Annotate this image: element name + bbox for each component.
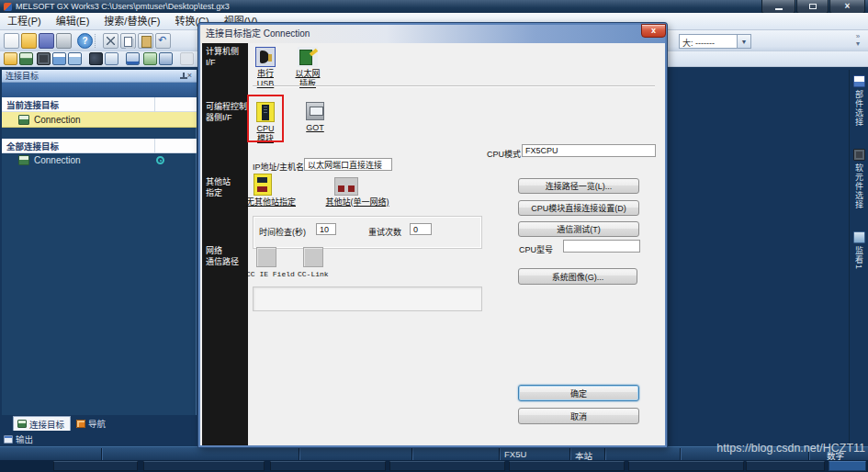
navigation-window-icon[interactable] xyxy=(4,52,17,65)
time-check-label: 时间检查(秒) xyxy=(259,226,306,238)
tab-navigation[interactable]: 导航 xyxy=(71,416,111,431)
tab-watch1[interactable]: 监看1 xyxy=(851,231,867,270)
got-icon[interactable] xyxy=(306,102,324,120)
all-connection-header: 全部连接目标 xyxy=(2,139,197,153)
maximize-icon xyxy=(809,4,817,9)
overflow-icon: » xyxy=(856,32,860,40)
paste-icon[interactable] xyxy=(138,33,153,49)
statusbar-separator xyxy=(299,448,299,460)
connection-window-icon[interactable] xyxy=(19,52,33,65)
connection-item-label: Connection xyxy=(34,155,81,165)
combobox-arrow-icon[interactable]: ▼ xyxy=(738,34,751,49)
copy-icon[interactable] xyxy=(120,33,136,49)
other-station-single-icon[interactable] xyxy=(334,177,358,196)
help-icon[interactable]: ? xyxy=(77,33,93,49)
retry-count-field[interactable] xyxy=(410,223,432,235)
undo-icon[interactable] xyxy=(155,33,171,49)
cancel-button[interactable]: 取消 xyxy=(518,408,639,424)
got-label[interactable]: GOT xyxy=(299,123,331,133)
connection-destination-panel: 连接目标 × 当前连接目标 Connection 全部连接目标 Connecti… xyxy=(2,70,197,415)
menu-search-replace[interactable]: 搜索/替换(F) xyxy=(96,13,167,30)
window-titlebar: MELSOFT GX Works3 C:\Users\pmtuser\Deskt… xyxy=(0,0,868,13)
all-connection-header-label: 全部连接目标 xyxy=(6,140,59,152)
cpu-direct-connection-button[interactable]: CPU模块直接连接设置(D) xyxy=(518,200,639,216)
dialog-client: 计算机侧I/F 可编程控制器侧I/F 其他站指定 网络通信路径 串行USB 以太… xyxy=(202,43,663,445)
section-separator xyxy=(253,85,655,87)
close-button[interactable]: × xyxy=(829,0,865,14)
taskbar-block xyxy=(53,461,138,471)
list-view2-icon[interactable] xyxy=(68,52,82,65)
find-replace-icon[interactable] xyxy=(105,52,118,65)
panel-tab-row: 连接目标 导航 xyxy=(2,415,197,431)
serial-usb-icon[interactable] xyxy=(255,47,276,67)
menu-project[interactable]: 工程(P) xyxy=(0,13,49,30)
communication-test-button[interactable]: 通信测试(T) xyxy=(518,221,639,237)
cpu-model-field[interactable] xyxy=(563,240,640,253)
ok-button[interactable]: 确定 xyxy=(518,385,639,401)
list-view-icon[interactable] xyxy=(52,52,66,65)
all-connection-item[interactable]: Connection xyxy=(2,152,197,168)
cc-link-icon[interactable] xyxy=(303,247,323,267)
tab-connection-destination[interactable]: 连接目标 xyxy=(13,416,71,431)
plc-side-label: 可编程控制器侧I/F xyxy=(206,102,247,123)
taskbar-block xyxy=(829,461,866,471)
bottom-edge-strip xyxy=(0,460,868,472)
cc-ie-field-icon[interactable] xyxy=(256,247,276,267)
tab-device-selection[interactable]: 软元件选择 xyxy=(851,149,867,209)
ip-hostname-field[interactable] xyxy=(304,158,392,171)
dialog-close-button[interactable]: x xyxy=(641,24,666,38)
right-dock-strip: 部件选择 软元件选择 监看1 xyxy=(849,70,868,446)
menu-edit[interactable]: 编辑(E) xyxy=(49,13,97,30)
device-display-icon[interactable] xyxy=(126,52,140,65)
statusbar-separator xyxy=(101,448,102,460)
new-project-icon[interactable] xyxy=(4,33,19,49)
dialog-titlebar: 连接目标指定 Connection xyxy=(200,25,665,43)
maximize-button[interactable] xyxy=(796,0,829,14)
cc-link-label: CC-Link xyxy=(298,270,329,278)
current-connection-item[interactable]: Connection xyxy=(2,112,197,128)
device-monitor-icon[interactable] xyxy=(143,52,157,65)
no-other-station-label[interactable]: 无其他站指定 xyxy=(242,197,299,208)
other-station-single-label[interactable]: 其他站(单一网络) xyxy=(318,197,397,208)
cpu-mode-field[interactable] xyxy=(522,144,656,157)
statusbar-separator xyxy=(569,448,570,460)
toolbar-grip[interactable] xyxy=(95,34,99,48)
time-check-field[interactable] xyxy=(316,223,336,235)
no-other-station-icon[interactable] xyxy=(254,174,272,196)
connection-tab-icon xyxy=(17,420,27,428)
panel-toolbar-strip xyxy=(2,83,197,97)
cut-icon[interactable] xyxy=(103,33,118,49)
taskbar-block xyxy=(509,461,625,471)
open-project-icon[interactable] xyxy=(21,33,37,49)
tab-output[interactable]: 输出 xyxy=(2,432,39,446)
device-batch-icon[interactable] xyxy=(159,52,173,65)
print-icon[interactable] xyxy=(56,33,72,49)
taskbar-block xyxy=(389,461,505,471)
module-config-icon[interactable] xyxy=(37,52,51,65)
vertical-tab-label: 部件选择 xyxy=(853,90,865,127)
tab-label: 输出 xyxy=(16,433,33,445)
column-separator xyxy=(154,139,155,153)
save-project-icon[interactable] xyxy=(39,33,54,49)
statusbar-separator xyxy=(604,448,605,460)
output-tab-row: 输出 xyxy=(2,432,197,446)
toolbar-overflow-chevron[interactable]: »▾ xyxy=(851,33,864,50)
minimize-button[interactable] xyxy=(761,0,795,14)
tab-element-selection[interactable]: 部件选择 xyxy=(851,75,867,127)
pin-icon[interactable] xyxy=(173,71,183,81)
system-image-button[interactable]: 系统图像(G)... xyxy=(518,268,637,285)
connection-item-label: Connection xyxy=(34,115,81,125)
taskbar-block xyxy=(143,461,265,471)
tab-label: 连接目标 xyxy=(29,418,64,431)
ip-hostname-label: IP地址/主机名 xyxy=(253,161,304,173)
current-connection-header: 当前连接目标 xyxy=(2,97,197,112)
zoom-combobox-value[interactable]: 大: ------- xyxy=(679,34,738,49)
connection-path-list-button[interactable]: 连接路径一览(L)... xyxy=(518,178,639,194)
ethernet-board-icon[interactable] xyxy=(298,47,318,67)
panel-close-icon[interactable]: × xyxy=(185,71,195,81)
find-icon[interactable] xyxy=(89,52,103,65)
zoom-combobox[interactable]: 大: ------- ▼ xyxy=(679,34,751,49)
panel-title: 连接目标 xyxy=(2,70,173,82)
cpu-model-label: CPU型号 xyxy=(519,243,553,255)
app-icon xyxy=(4,3,12,11)
